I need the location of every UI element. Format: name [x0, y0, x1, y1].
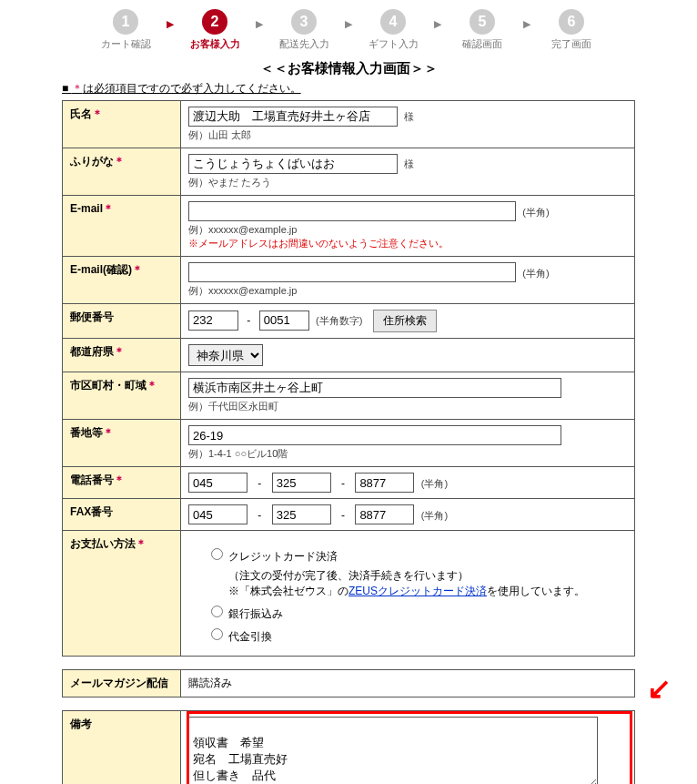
- label-payment: お支払い方法＊: [63, 531, 181, 657]
- chevron-right-icon: ▶: [167, 18, 174, 30]
- name-input[interactable]: [188, 107, 398, 127]
- fax-sep-1: -: [258, 509, 261, 522]
- city-input[interactable]: [188, 378, 561, 398]
- tel-1-input[interactable]: [188, 473, 247, 493]
- step-label: 配送先入力: [279, 37, 329, 51]
- step-3: 3 配送先入力: [267, 9, 341, 51]
- tel-2-input[interactable]: [272, 473, 331, 493]
- postal-1-input[interactable]: [188, 311, 238, 331]
- chevron-right-icon: ▶: [523, 18, 530, 30]
- tel-3-input[interactable]: [355, 473, 414, 493]
- postal-suffix: (半角数字): [316, 315, 362, 326]
- tel-sep-2: -: [341, 477, 345, 490]
- furigana-input[interactable]: [188, 154, 398, 174]
- row-email: E-mail＊ (半角) 例）xxxxxx@example.jp ※メールアドレ…: [63, 196, 635, 257]
- step-label: 確認画面: [462, 37, 502, 51]
- label-email-confirm: E-mail(確認)＊: [63, 257, 181, 304]
- name-suffix: 様: [404, 111, 414, 122]
- payment-credit-note2: ※「株式会社ゼウス」のZEUSクレジットカード決済を使用しています。: [228, 584, 627, 599]
- step-5: 5 確認画面: [445, 9, 520, 51]
- city-example: 例）千代田区永田町: [188, 400, 627, 413]
- step-label: 完了画面: [551, 37, 591, 51]
- fax-3-input[interactable]: [355, 504, 414, 524]
- mailmag-table: メールマガジン配信 購読済み: [62, 669, 635, 697]
- step-number: 4: [380, 9, 406, 35]
- zeus-link[interactable]: ZEUSクレジットカード決済: [348, 585, 487, 597]
- step-label: ギフト入力: [369, 37, 419, 51]
- payment-radio-bank[interactable]: [211, 606, 223, 617]
- step-label: お客様入力: [190, 37, 240, 51]
- label-city: 市区町村・町域＊: [63, 372, 181, 420]
- postal-sep: -: [247, 314, 250, 327]
- address-search-button[interactable]: 住所検索: [373, 310, 437, 332]
- row-furigana: ふりがな＊ 様 例）やまだ たろう: [63, 148, 635, 196]
- label-email: E-mail＊: [63, 196, 181, 257]
- step-number: 2: [202, 9, 227, 35]
- street-example: 例）1-4-1 ○○ビル10階: [188, 447, 627, 461]
- label-postal: 郵便番号: [63, 304, 181, 339]
- step-6: 6 完了画面: [534, 9, 609, 51]
- chevron-right-icon: ▶: [345, 18, 352, 30]
- payment-radio-cod[interactable]: [211, 628, 223, 640]
- note-text: は必須項目ですので必ず入力してください。: [83, 82, 301, 95]
- label-fax: FAX番号: [63, 499, 181, 531]
- step-label: カート確認: [101, 37, 151, 51]
- label-street: 番地等＊: [63, 420, 181, 467]
- email-confirm-input[interactable]: [188, 262, 516, 282]
- row-tel: 電話番号＊ - - (半角): [63, 467, 635, 499]
- row-email-confirm: E-mail(確認)＊ (半角) 例）xxxxxx@example.jp: [63, 257, 635, 304]
- email-warning: ※メールアドレスはお間違いのないようご注意ください。: [188, 237, 627, 250]
- step-1: 1 カート確認: [88, 9, 163, 51]
- fax-1-input[interactable]: [188, 504, 247, 524]
- name-example: 例）山田 太郎: [188, 128, 627, 142]
- payment-credit-label: クレジットカード決済: [228, 550, 338, 563]
- chevron-right-icon: ▶: [256, 18, 263, 30]
- email-suffix: (半角): [522, 207, 549, 218]
- payment-credit-note1: （注文の受付が完了後、決済手続きを行います）: [228, 568, 627, 584]
- row-city: 市区町村・町域＊ 例）千代田区永田町: [63, 372, 635, 420]
- fax-sep-2: -: [341, 509, 345, 522]
- furigana-example: 例）やまだ たろう: [188, 176, 627, 189]
- step-4: 4 ギフト入力: [356, 9, 430, 51]
- row-remarks: 備考: [63, 711, 635, 785]
- fax-2-input[interactable]: [272, 504, 331, 524]
- label-mailmag: メールマガジン配信: [63, 670, 181, 697]
- street-input[interactable]: [188, 425, 561, 445]
- step-bar: 1 カート確認 ▶ 2 お客様入力 ▶ 3 配送先入力 ▶ 4 ギフト入力 ▶ …: [9, 9, 688, 51]
- step-number: 3: [291, 9, 317, 35]
- row-postal: 郵便番号 - (半角数字) 住所検索: [63, 304, 635, 339]
- step-number: 5: [470, 9, 495, 35]
- arrow-icon: ↙: [647, 674, 672, 703]
- step-2: 2 お客様入力: [177, 9, 252, 51]
- payment-cod-label: 代金引換: [228, 630, 272, 643]
- tel-sep-1: -: [258, 477, 261, 490]
- remarks-textarea[interactable]: [188, 717, 598, 784]
- required-note: ■ ＊は必須項目ですので必ず入力してください。: [62, 81, 635, 97]
- row-pref: 都道府県＊ 神奈川県: [63, 339, 635, 372]
- customer-form-table: 氏名＊ 様 例）山田 太郎 ふりがな＊ 様 例）やまだ たろう E-mail＊ …: [62, 100, 635, 657]
- label-pref: 都道府県＊: [63, 339, 181, 372]
- row-name: 氏名＊ 様 例）山田 太郎: [63, 101, 635, 148]
- tel-suffix: (半角): [421, 478, 448, 489]
- label-name: 氏名＊: [63, 101, 181, 148]
- postal-2-input[interactable]: [259, 311, 309, 331]
- payment-radio-credit[interactable]: [211, 548, 223, 560]
- email-input[interactable]: [188, 201, 516, 221]
- row-fax: FAX番号 - - (半角): [63, 499, 635, 531]
- furigana-suffix: 様: [404, 158, 414, 169]
- label-tel: 電話番号＊: [63, 467, 181, 499]
- row-mailmag: メールマガジン配信 購読済み: [63, 670, 635, 697]
- remarks-table: 備考: [62, 710, 635, 784]
- payment-bank-label: 銀行振込み: [228, 607, 283, 620]
- note-bullet: ■: [62, 82, 72, 95]
- note-req-mark: ＊: [72, 82, 83, 95]
- page-title: ＜＜お客様情報入力画面＞＞: [9, 60, 688, 77]
- row-payment: お支払い方法＊ クレジットカード決済 （注文の受付が完了後、決済手続きを行います…: [63, 531, 635, 657]
- label-remarks: 備考: [63, 711, 181, 785]
- mailmag-value: 購読済み: [181, 670, 635, 697]
- step-number: 1: [113, 9, 138, 35]
- step-number: 6: [559, 9, 584, 35]
- pref-select[interactable]: 神奈川県: [188, 344, 263, 366]
- label-furigana: ふりがな＊: [63, 148, 181, 196]
- email-confirm-suffix: (半角): [522, 268, 549, 279]
